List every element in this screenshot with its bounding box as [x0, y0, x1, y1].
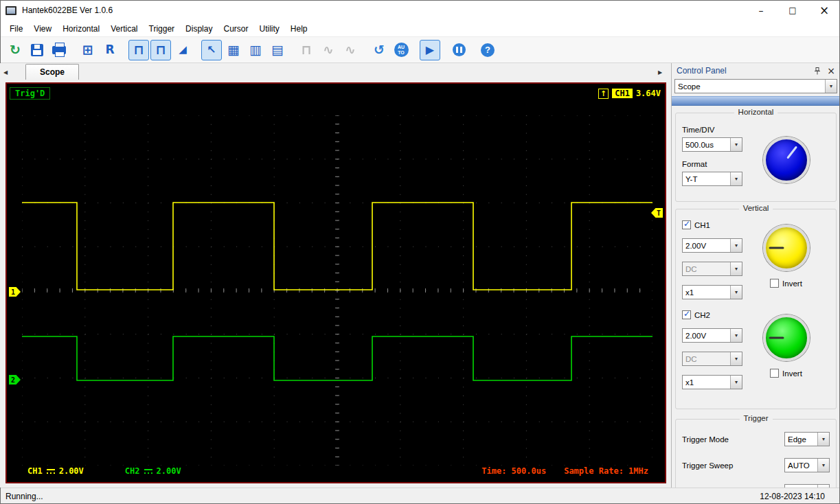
control-panel: Control Panel × Scope ▾ — [671, 63, 840, 488]
chevron-down-icon: ▾ — [730, 172, 742, 185]
grid-display-icon: ▦ — [227, 43, 240, 56]
chevron-down-icon: ▾ — [730, 138, 742, 151]
horizontal-cursors-icon: ▤ — [271, 43, 284, 56]
autoset-button[interactable]: AUTO — [391, 40, 411, 60]
ch2-readout: CH2 2.00V — [120, 466, 187, 477]
maximize-button[interactable]: □ — [777, 0, 808, 21]
acquire-icon: ↻ — [10, 43, 21, 56]
window-title: Hantek6022BE Ver 1.0.6 — [22, 5, 113, 15]
knob-pointer — [786, 146, 797, 159]
step-wave-button: ⊓ — [296, 40, 317, 60]
print-button[interactable] — [49, 40, 69, 60]
sine-wave-button: ∿ — [318, 40, 339, 60]
menu-display[interactable]: Display — [180, 22, 218, 36]
ch2-controls: ✓ CH2 2.00V ▾ DC ▾ x1 ▾ — [682, 310, 830, 389]
trigger-source-select[interactable]: CH1 ▾ — [784, 484, 830, 488]
horizontal-position-knob[interactable] — [763, 137, 810, 183]
pulse-mode-icon: ⊓ — [133, 43, 144, 56]
chevron-down-icon: ▾ — [825, 80, 837, 93]
vertical-cursors-icon: ▥ — [249, 43, 262, 56]
tab-scope[interactable]: Scope — [25, 64, 79, 80]
ch1-invert-checkbox[interactable]: ✓ Invert — [770, 279, 802, 288]
panel-mode-select[interactable]: Scope ▾ — [674, 79, 837, 93]
ch2-invert-checkbox[interactable]: ✓ Invert — [770, 369, 802, 378]
trigger-sweep-select[interactable]: AUTO ▾ — [784, 458, 830, 472]
ch2-probe-select[interactable]: x1 ▾ — [682, 375, 742, 389]
knob-pointer — [769, 247, 784, 249]
ch1-coupling-icon — [47, 469, 55, 474]
vertical-cursors-button[interactable]: ▥ — [245, 40, 266, 60]
chevron-down-icon: ▾ — [730, 352, 742, 365]
menu-utility[interactable]: Utility — [253, 22, 284, 36]
trigger-level-marker[interactable]: T — [651, 208, 663, 218]
minimize-button[interactable]: – — [745, 0, 777, 21]
trigger-status: Trig'D — [10, 87, 50, 100]
pulse-mode-button[interactable]: ⊓ — [128, 40, 149, 60]
vertical-group: Vertical ✓ CH1 2.00V ▾ DC ▾ — [675, 209, 837, 409]
menu-help[interactable]: Help — [285, 22, 313, 36]
checkbox-icon: ✓ — [682, 310, 691, 319]
panel-header-icons: × — [814, 66, 835, 76]
app-icon — [5, 6, 16, 15]
record-button[interactable]: R — [100, 40, 120, 60]
cursor-tool-button[interactable]: ↖ — [201, 40, 222, 60]
menubar: File View Horizontal Vertical Trigger Di… — [0, 21, 840, 37]
chevron-down-icon: ▾ — [730, 262, 742, 275]
oscilloscope-display: Trig'D ↑ CH1 3.64V 1 2 T CH1 — [5, 82, 666, 483]
auto-scale-button[interactable]: ⊞ — [78, 40, 98, 60]
menu-trigger[interactable]: Trigger — [144, 22, 181, 36]
refresh-button[interactable]: ↺ — [369, 40, 389, 60]
checkbox-icon: ✓ — [770, 369, 779, 378]
scope-bottom-overlay: CH1 2.00V CH2 2.00V Time: 500.0us Sample… — [22, 464, 650, 478]
ch2-volts-select[interactable]: 2.00V ▾ — [682, 328, 742, 343]
pulse-width-button[interactable]: ⊓ — [150, 40, 171, 60]
status-text: Running... — [5, 492, 43, 501]
menu-view[interactable]: View — [28, 22, 57, 36]
vertical-group-title: Vertical — [739, 204, 773, 212]
chevron-down-icon: ▾ — [730, 239, 742, 252]
help-icon: ? — [481, 43, 495, 57]
ch1-controls: ✓ CH1 2.00V ▾ DC ▾ x1 ▾ — [682, 220, 830, 299]
control-panel-header: Control Panel × — [672, 63, 840, 78]
sample-rate-readout: Sample Rate: 1MHz — [564, 466, 648, 476]
panel-close-icon[interactable]: × — [827, 66, 835, 76]
step-wave-icon: ⊓ — [301, 43, 311, 56]
run-icon: ▶ — [426, 45, 434, 56]
tab-scroll-left-icon[interactable]: ◀ — [0, 65, 11, 80]
ch2-position-marker[interactable]: 2 — [9, 375, 21, 385]
grid-display-button[interactable]: ▦ — [223, 40, 244, 60]
menu-vertical[interactable]: Vertical — [105, 22, 143, 36]
menu-horizontal[interactable]: Horizontal — [57, 22, 105, 36]
ramp-mode-button[interactable]: ◢ — [172, 40, 193, 60]
record-icon: R — [105, 44, 114, 56]
ch1-enable-checkbox[interactable]: ✓ CH1 — [682, 220, 742, 229]
chevron-down-icon: ▾ — [817, 433, 829, 446]
close-button[interactable]: × — [808, 0, 840, 21]
trigger-mode-select[interactable]: Edge ▾ — [784, 432, 830, 446]
ch1-volts-select[interactable]: 2.00V ▾ — [682, 238, 742, 253]
ch2-readout-label: CH2 — [125, 466, 140, 476]
ch2-enable-label: CH2 — [694, 311, 710, 319]
ch1-probe-select[interactable]: x1 ▾ — [682, 285, 742, 299]
help-button[interactable]: ? — [477, 40, 498, 60]
pin-icon[interactable] — [814, 67, 821, 75]
acquire-button[interactable]: ↻ — [5, 40, 25, 60]
minimize-icon: – — [759, 5, 764, 16]
ch2-enable-checkbox[interactable]: ✓ CH2 — [682, 310, 742, 319]
time-base-readout: Time: 500.0us — [481, 466, 546, 476]
tab-strip: ◀ Scope ▶ — [0, 63, 671, 80]
menu-file[interactable]: File — [4, 22, 28, 36]
ch1-position-knob[interactable] — [763, 225, 810, 271]
time-div-select[interactable]: 500.0us ▾ — [682, 137, 742, 152]
tab-scroll-right-icon[interactable]: ▶ — [655, 65, 666, 80]
save-button[interactable] — [27, 40, 47, 60]
format-select[interactable]: Y-T ▾ — [682, 172, 742, 186]
horizontal-cursors-button[interactable]: ▤ — [267, 40, 288, 60]
run-button[interactable]: ▶ — [420, 40, 440, 60]
ch2-position-knob[interactable] — [763, 314, 810, 361]
scope-document-area: ◀ Scope ▶ Trig'D ↑ CH1 3.64V 1 2 — [0, 63, 671, 488]
ch1-position-marker[interactable]: 1 — [9, 287, 21, 297]
pause-button[interactable] — [449, 40, 469, 60]
menu-cursor[interactable]: Cursor — [218, 22, 253, 36]
window-controls: – □ × — [745, 0, 840, 21]
